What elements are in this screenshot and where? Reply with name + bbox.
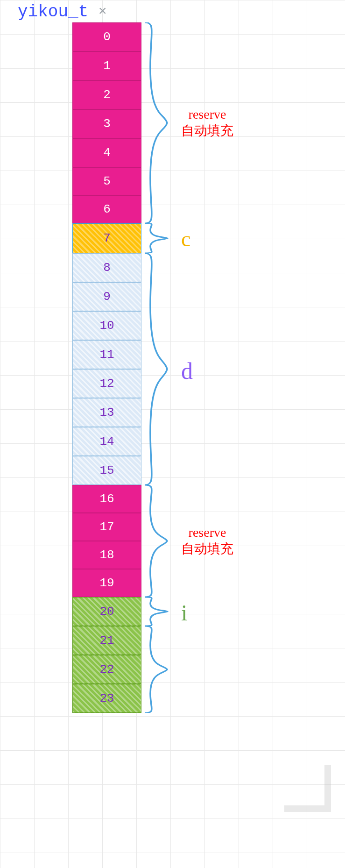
byte-cell-6: 6	[72, 195, 141, 223]
byte-cell-7: 7	[72, 223, 141, 253]
brace-g4	[145, 597, 173, 626]
byte-cell-14: 14	[72, 427, 141, 456]
byte-cell-16: 16	[72, 485, 141, 513]
byte-cell-17: 17	[72, 513, 141, 541]
byte-cell-22: 22	[72, 655, 141, 684]
byte-cell-11: 11	[72, 340, 141, 369]
label-g1: c	[181, 227, 190, 251]
brace-g1	[145, 223, 173, 253]
brace-g3	[145, 485, 173, 597]
byte-cell-12: 12	[72, 369, 141, 398]
byte-cell-2: 2	[72, 80, 141, 109]
label-g0: reserve自动填充	[181, 107, 233, 140]
brace-g2	[145, 253, 173, 485]
byte-cell-8: 8	[72, 253, 141, 282]
byte-cell-0: 0	[72, 22, 141, 51]
label-g4: i	[181, 600, 187, 626]
byte-cell-19: 19	[72, 569, 141, 597]
byte-cell-3: 3	[72, 109, 141, 138]
brace-g5	[145, 626, 173, 713]
byte-cell-13: 13	[72, 398, 141, 427]
byte-cell-18: 18	[72, 541, 141, 569]
byte-stack: 01234567891011121314151617181920212223	[72, 22, 141, 713]
byte-cell-15: 15	[72, 456, 141, 485]
struct-title: yikou_t ×	[18, 2, 107, 21]
brace-g0	[145, 22, 173, 223]
byte-cell-4: 4	[72, 138, 141, 167]
byte-cell-9: 9	[72, 282, 141, 311]
byte-cell-21: 21	[72, 626, 141, 655]
byte-cell-1: 1	[72, 51, 141, 80]
byte-cell-20: 20	[72, 597, 141, 626]
byte-cell-5: 5	[72, 167, 141, 195]
watermark	[284, 765, 331, 812]
label-g2: d	[181, 357, 193, 384]
struct-name: yikou_t	[18, 2, 88, 21]
byte-cell-10: 10	[72, 311, 141, 340]
byte-cell-23: 23	[72, 684, 141, 713]
close-icon: ×	[99, 4, 107, 20]
label-g3: reserve自动填充	[181, 525, 233, 558]
